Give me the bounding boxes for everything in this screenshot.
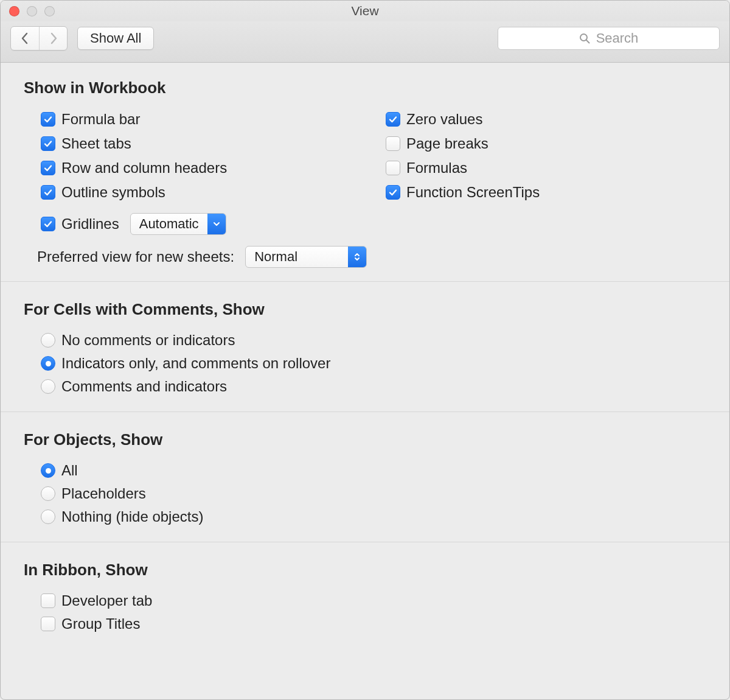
label-formulas: Formulas bbox=[406, 159, 467, 177]
checkbox-group-titles[interactable] bbox=[41, 617, 55, 631]
checkbox-developer-tab[interactable] bbox=[41, 593, 55, 608]
radio-objects-nothing[interactable] bbox=[41, 509, 55, 524]
checkbox-outline-symbols[interactable] bbox=[41, 185, 55, 200]
titlebar: View bbox=[1, 1, 729, 21]
gridlines-color-value: Automatic bbox=[131, 216, 207, 232]
label-no-comments: No comments or indicators bbox=[61, 332, 235, 349]
section-comments: For Cells with Comments, Show No comment… bbox=[1, 281, 729, 411]
checkbox-sheet-tabs[interactable] bbox=[41, 136, 55, 151]
label-row-col-headers: Row and column headers bbox=[61, 159, 227, 177]
chevron-down-icon bbox=[207, 214, 226, 234]
label-objects-placeholders: Placeholders bbox=[61, 485, 146, 502]
check-icon bbox=[43, 114, 53, 124]
radio-objects-all[interactable] bbox=[41, 463, 55, 478]
label-zero-values: Zero values bbox=[406, 111, 482, 128]
label-outline-symbols: Outline symbols bbox=[61, 184, 165, 201]
checkbox-function-screentips[interactable] bbox=[386, 185, 400, 200]
preferred-view-value: Normal bbox=[246, 249, 348, 265]
search-icon bbox=[579, 33, 590, 44]
stepper-icon bbox=[348, 247, 366, 267]
check-icon bbox=[388, 187, 398, 197]
label-page-breaks: Page breaks bbox=[406, 135, 488, 152]
search-field[interactable]: Search bbox=[498, 27, 720, 50]
checkbox-gridlines[interactable] bbox=[41, 217, 55, 231]
section-objects: For Objects, Show All Placeholders Nothi… bbox=[1, 411, 729, 542]
forward-button[interactable] bbox=[39, 27, 67, 50]
label-objects-nothing: Nothing (hide objects) bbox=[61, 508, 203, 525]
checkbox-row-col-headers[interactable] bbox=[41, 161, 55, 175]
radio-objects-placeholders[interactable] bbox=[41, 486, 55, 501]
label-function-screentips: Function ScreenTips bbox=[406, 184, 540, 201]
check-icon bbox=[43, 187, 53, 197]
section-heading: In Ribbon, Show bbox=[24, 561, 706, 579]
svg-line-1 bbox=[586, 40, 589, 43]
checkbox-formulas[interactable] bbox=[386, 161, 400, 175]
gridlines-color-select[interactable]: Automatic bbox=[130, 213, 226, 235]
section-ribbon: In Ribbon, Show Developer tab Group Titl… bbox=[1, 542, 729, 649]
checkbox-formula-bar[interactable] bbox=[41, 112, 55, 127]
checkbox-zero-values[interactable] bbox=[386, 112, 400, 127]
show-all-button[interactable]: Show All bbox=[77, 27, 154, 50]
chevron-left-icon bbox=[21, 32, 29, 44]
label-preferred-view: Preferred view for new sheets: bbox=[37, 248, 234, 265]
radio-no-comments[interactable] bbox=[41, 333, 55, 348]
nav-segment bbox=[10, 26, 68, 51]
search-placeholder: Search bbox=[596, 30, 639, 46]
content: Show in Workbook Formula bar Sheet tabs … bbox=[1, 63, 729, 699]
label-indicators-only: Indicators only, and comments on rollove… bbox=[61, 355, 330, 372]
section-heading: Show in Workbook bbox=[24, 79, 706, 97]
check-icon bbox=[43, 163, 53, 173]
label-comments-and-indicators: Comments and indicators bbox=[61, 378, 227, 395]
section-heading: For Objects, Show bbox=[24, 430, 706, 449]
label-objects-all: All bbox=[61, 462, 78, 479]
label-sheet-tabs: Sheet tabs bbox=[61, 135, 131, 152]
label-formula-bar: Formula bar bbox=[61, 111, 140, 128]
section-heading: For Cells with Comments, Show bbox=[24, 300, 706, 319]
window-title: View bbox=[1, 4, 729, 18]
checkbox-page-breaks[interactable] bbox=[386, 136, 400, 151]
radio-indicators-only[interactable] bbox=[41, 356, 55, 371]
check-icon bbox=[388, 114, 398, 124]
chevron-right-icon bbox=[49, 32, 58, 44]
preferred-view-select[interactable]: Normal bbox=[245, 246, 367, 268]
radio-comments-and-indicators[interactable] bbox=[41, 379, 55, 394]
toolbar: Show All Search bbox=[1, 21, 729, 63]
label-gridlines: Gridlines bbox=[61, 215, 119, 233]
label-group-titles: Group Titles bbox=[61, 615, 140, 632]
section-show-in-workbook: Show in Workbook Formula bar Sheet tabs … bbox=[1, 63, 729, 281]
check-icon bbox=[43, 219, 53, 229]
back-button[interactable] bbox=[11, 27, 39, 50]
label-developer-tab: Developer tab bbox=[61, 592, 152, 609]
check-icon bbox=[43, 139, 53, 149]
preferences-window: View Show All Search Show in Workbook bbox=[0, 0, 730, 700]
